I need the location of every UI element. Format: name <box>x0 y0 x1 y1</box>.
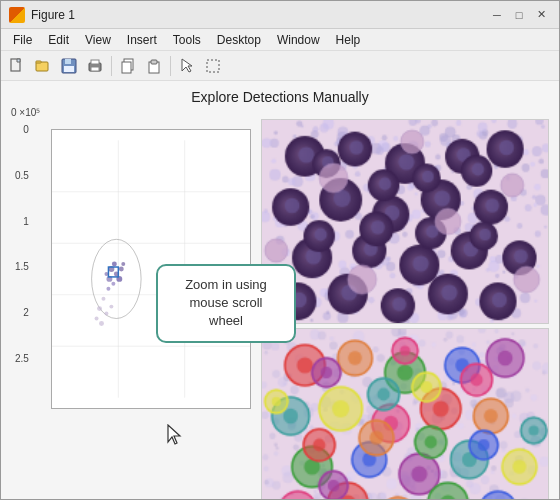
svg-rect-4 <box>65 59 71 64</box>
svg-point-35 <box>95 317 99 321</box>
svg-rect-8 <box>91 67 99 71</box>
svg-point-36 <box>109 305 113 309</box>
svg-rect-2 <box>36 61 41 63</box>
menu-tools[interactable]: Tools <box>165 31 209 49</box>
svg-point-33 <box>97 306 102 311</box>
svg-point-30 <box>106 287 110 291</box>
mouse-cursor <box>166 424 184 451</box>
cell-canvas-bottom <box>262 329 548 499</box>
toolbar-paste[interactable] <box>142 54 166 78</box>
menu-edit[interactable]: Edit <box>40 31 77 49</box>
tooltip-bubble: Zoom in using mouse scroll wheel <box>156 264 296 343</box>
svg-point-32 <box>102 297 106 301</box>
svg-point-26 <box>111 282 115 286</box>
right-image-panel <box>261 109 549 499</box>
plot-title: Explore Detections Manually <box>1 81 559 109</box>
app-icon <box>9 7 25 23</box>
cell-image-top <box>261 119 549 324</box>
svg-rect-7 <box>91 60 99 64</box>
svg-marker-13 <box>182 59 192 72</box>
svg-point-31 <box>121 262 125 266</box>
svg-rect-12 <box>151 60 157 64</box>
menu-desktop[interactable]: Desktop <box>209 31 269 49</box>
y-axis-ticks: 0 0.5 1 1.5 2 2.5 <box>15 124 29 364</box>
plot-body: 0 ×10⁵ 0 0.5 1 1.5 2 2.5 <box>1 109 559 499</box>
menu-view[interactable]: View <box>77 31 119 49</box>
close-button[interactable]: ✕ <box>531 6 551 24</box>
content-area: Explore Detections Manually 0 ×10⁵ 0 0.5… <box>1 81 559 499</box>
toolbar-region[interactable] <box>201 54 225 78</box>
window-controls: ─ □ ✕ <box>487 6 551 24</box>
svg-point-23 <box>112 262 117 267</box>
menu-insert[interactable]: Insert <box>119 31 165 49</box>
menu-file[interactable]: File <box>5 31 40 49</box>
toolbar-print[interactable] <box>83 54 107 78</box>
toolbar-open[interactable] <box>31 54 55 78</box>
toolbar-copy[interactable] <box>116 54 140 78</box>
main-window: Figure 1 ─ □ ✕ File Edit View Insert Too… <box>0 0 560 500</box>
toolbar-cursor[interactable] <box>175 54 199 78</box>
minimize-button[interactable]: ─ <box>487 6 507 24</box>
svg-rect-14 <box>207 60 219 72</box>
svg-marker-39 <box>168 425 180 444</box>
toolbar-save[interactable] <box>57 54 81 78</box>
window-title: Figure 1 <box>31 8 487 22</box>
cell-image-bottom <box>261 328 549 499</box>
toolbar <box>1 51 559 81</box>
tooltip-text: Zoom in using mouse scroll wheel <box>185 277 267 328</box>
svg-rect-10 <box>122 62 131 73</box>
svg-point-34 <box>104 312 108 316</box>
svg-rect-5 <box>64 66 74 72</box>
y-axis-scale-label: 0 ×10⁵ <box>11 107 40 118</box>
svg-point-27 <box>119 267 124 272</box>
menu-window[interactable]: Window <box>269 31 328 49</box>
svg-point-37 <box>99 321 104 326</box>
menu-help[interactable]: Help <box>328 31 369 49</box>
menu-bar: File Edit View Insert Tools Desktop Wind… <box>1 29 559 51</box>
title-bar: Figure 1 ─ □ ✕ <box>1 1 559 29</box>
maximize-button[interactable]: □ <box>509 6 529 24</box>
cell-canvas-top <box>262 120 548 323</box>
toolbar-new[interactable] <box>5 54 29 78</box>
